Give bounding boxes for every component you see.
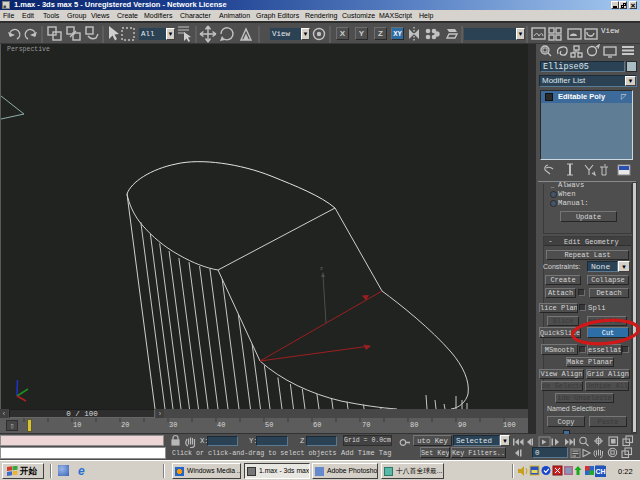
svg-text:z: z (320, 266, 323, 272)
